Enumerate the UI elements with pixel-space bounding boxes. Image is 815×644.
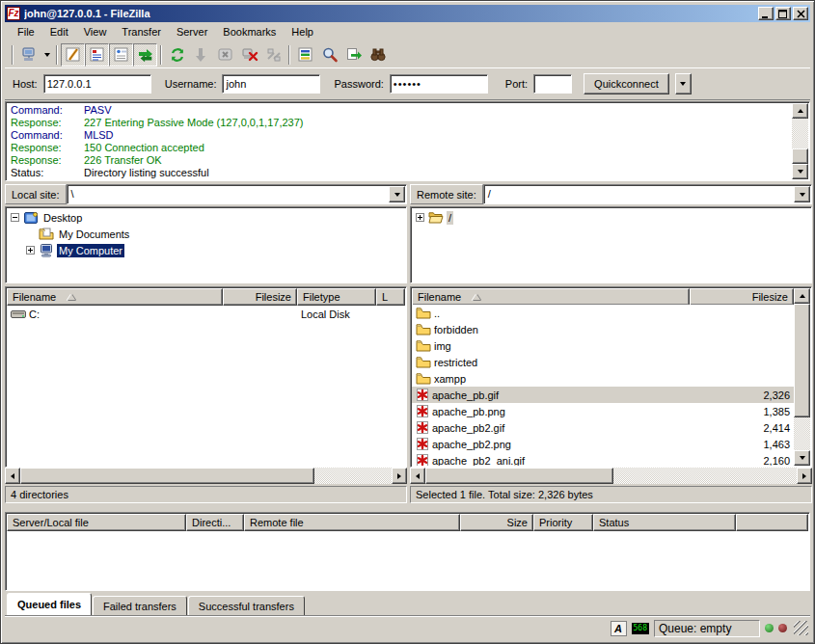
site-manager-button[interactable] (16, 43, 41, 67)
expand-icon[interactable] (26, 246, 35, 255)
scroll-down-icon[interactable] (794, 450, 810, 466)
column-direction[interactable]: Directi... (186, 514, 244, 531)
process-queue-button[interactable] (189, 43, 213, 67)
menu-file[interactable]: File (11, 24, 41, 40)
scroll-down-icon[interactable] (792, 164, 808, 179)
file-row-c-drive[interactable]: C: Local Disk (7, 306, 405, 322)
column-filename[interactable]: Filename (7, 288, 223, 306)
file-row[interactable]: apache_pb2.gif 2,414 (412, 419, 794, 436)
close-button[interactable] (793, 7, 808, 20)
menu-view[interactable]: View (77, 24, 114, 40)
chevron-down-icon (800, 193, 805, 197)
column-size[interactable]: Size (460, 514, 533, 531)
tab-failed-transfers[interactable]: Failed transfers (93, 596, 187, 615)
menu-transfer[interactable]: Transfer (115, 24, 168, 40)
column-status[interactable]: Status (593, 514, 736, 531)
scrollbar-thumb[interactable] (425, 468, 613, 484)
local-site-value[interactable]: \ (68, 185, 388, 203)
remote-site-combobox[interactable]: / (483, 184, 812, 204)
local-hscrollbar[interactable] (5, 468, 407, 484)
scroll-right-icon[interactable] (392, 468, 407, 484)
disconnect-button[interactable] (237, 43, 261, 67)
transfer-type-indicator[interactable]: A (611, 621, 627, 636)
column-filename[interactable]: Filename (412, 288, 690, 306)
reconnect-button[interactable] (261, 43, 285, 67)
tree-item-my-computer[interactable]: My Computer (6, 242, 406, 258)
tree-item-desktop[interactable]: Desktop (6, 209, 406, 226)
file-row[interactable]: xampp (412, 370, 794, 387)
menu-edit[interactable]: Edit (43, 24, 75, 40)
column-priority[interactable]: Priority (533, 514, 593, 531)
remote-vscrollbar[interactable] (794, 288, 810, 466)
scrollbar-thumb[interactable] (792, 148, 808, 164)
search-button[interactable] (317, 43, 341, 67)
scroll-left-icon[interactable] (5, 468, 20, 484)
sync-browsing-button[interactable] (341, 43, 366, 67)
scroll-left-icon[interactable] (410, 468, 425, 484)
speed-limit-indicator[interactable]: 568 (632, 623, 649, 634)
file-row[interactable]: .. (412, 305, 794, 321)
toolbar-separator (288, 45, 290, 65)
menu-bar: File Edit View Transfer Server Bookmarks… (5, 22, 810, 41)
quickconnect-button[interactable]: Quickconnect (584, 73, 669, 94)
minimize-button[interactable] (758, 7, 774, 20)
scrollbar-thumb[interactable] (20, 468, 314, 484)
title-bar[interactable]: Fz john@127.0.0.1 - FileZilla (5, 5, 810, 22)
maximize-button[interactable] (775, 7, 791, 20)
queue-header: Server/Local file Directi... Remote file… (7, 514, 808, 531)
column-last-modified[interactable]: L (376, 288, 405, 306)
file-row-selected[interactable]: apache_pb.gif 2,326 (412, 387, 794, 403)
file-row[interactable]: apache_pb2.png 1,463 (412, 436, 794, 452)
scroll-right-icon[interactable] (797, 468, 812, 484)
remote-site-dropdown[interactable] (794, 186, 810, 202)
menu-server[interactable]: Server (170, 24, 214, 40)
menu-help[interactable]: Help (285, 24, 320, 40)
log-line: Command:PASV (11, 104, 792, 117)
tab-successful-transfers[interactable]: Successful transfers (188, 596, 305, 615)
remote-site-row: Remote site: / (410, 184, 812, 204)
menu-bookmarks[interactable]: Bookmarks (216, 24, 283, 40)
image-file-icon (416, 453, 429, 466)
column-filesize[interactable]: Filesize (223, 288, 297, 306)
host-input[interactable] (43, 74, 151, 94)
toggle-local-tree-button[interactable] (85, 43, 109, 67)
cancel-button[interactable] (213, 43, 237, 67)
file-row[interactable]: apache_pb2_ani.gif 2,160 (412, 452, 794, 466)
column-remote-file[interactable]: Remote file (244, 514, 460, 531)
expand-icon[interactable] (416, 213, 424, 222)
toolbar-grip (12, 45, 14, 65)
remote-site-value[interactable]: / (484, 185, 793, 203)
refresh-button[interactable] (165, 43, 189, 67)
remote-hscrollbar[interactable] (410, 468, 812, 484)
username-input[interactable] (222, 74, 320, 94)
toolbar (5, 41, 810, 68)
file-row[interactable]: restricted (412, 354, 794, 370)
file-row[interactable]: img (412, 337, 794, 354)
password-input[interactable] (390, 74, 488, 94)
username-label: Username: (165, 78, 217, 90)
toggle-queue-button[interactable] (133, 43, 157, 67)
port-input[interactable] (533, 74, 572, 94)
collapse-icon[interactable] (11, 213, 19, 222)
log-scrollbar[interactable] (792, 103, 808, 179)
local-site-combobox[interactable]: \ (67, 184, 407, 204)
resize-grip[interactable] (794, 621, 808, 635)
column-server-local-file[interactable]: Server/Local file (7, 514, 186, 531)
local-site-dropdown[interactable] (389, 186, 405, 202)
quickconnect-dropdown[interactable] (675, 73, 692, 94)
scrollbar-thumb[interactable] (794, 304, 810, 417)
scroll-up-icon[interactable] (792, 103, 808, 119)
column-filesize[interactable]: Filesize (690, 288, 794, 306)
file-row[interactable]: forbidden (412, 321, 794, 337)
tab-queued-files[interactable]: Queued files (7, 593, 92, 615)
compare-button[interactable] (366, 43, 390, 67)
file-row[interactable]: apache_pb.png 1,385 (412, 403, 794, 419)
toggle-log-button[interactable] (61, 43, 85, 67)
toggle-remote-tree-button[interactable] (109, 43, 133, 67)
site-manager-dropdown[interactable] (41, 43, 53, 67)
scroll-up-icon[interactable] (794, 288, 810, 304)
tree-item-root[interactable]: / (411, 209, 811, 226)
column-filetype[interactable]: Filetype (297, 288, 376, 306)
tree-item-my-documents[interactable]: My Documents (6, 226, 406, 242)
filters-button[interactable] (293, 43, 317, 67)
